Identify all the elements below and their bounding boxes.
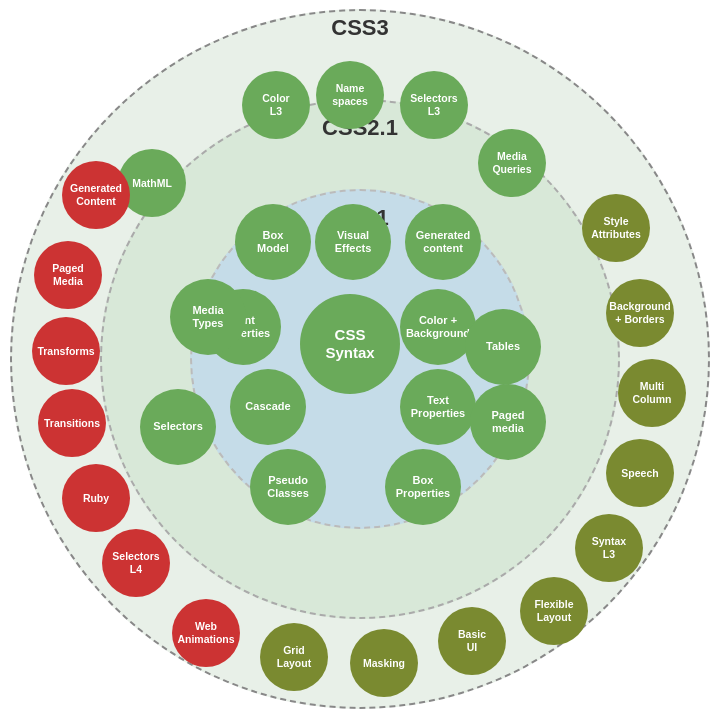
syntax-l3[interactable]: SyntaxL3 bbox=[575, 514, 643, 582]
pseudo-classes[interactable]: PseudoClasses bbox=[250, 449, 326, 525]
box-properties[interactable]: BoxProperties bbox=[385, 449, 461, 525]
mathml[interactable]: MathML bbox=[118, 149, 186, 217]
multi-column[interactable]: MultiColumn bbox=[618, 359, 686, 427]
style-attributes[interactable]: StyleAttributes bbox=[582, 194, 650, 262]
paged-media-css21[interactable]: Pagedmedia bbox=[470, 384, 546, 460]
css-syntax[interactable]: CSSSyntax bbox=[300, 294, 400, 394]
grid-layout[interactable]: GridLayout bbox=[260, 623, 328, 691]
selectors-l3[interactable]: SelectorsL3 bbox=[400, 71, 468, 139]
paged-media[interactable]: PagedMedia bbox=[34, 241, 102, 309]
tables[interactable]: Tables bbox=[465, 309, 541, 385]
speech[interactable]: Speech bbox=[606, 439, 674, 507]
visual-effects[interactable]: VisualEffects bbox=[315, 204, 391, 280]
selectors-l4[interactable]: SelectorsL4 bbox=[102, 529, 170, 597]
ruby[interactable]: Ruby bbox=[62, 464, 130, 532]
transforms[interactable]: Transforms bbox=[32, 317, 100, 385]
media-types[interactable]: MediaTypes bbox=[170, 279, 246, 355]
basic-ui[interactable]: BasicUI bbox=[438, 607, 506, 675]
selectors-css1[interactable]: Selectors bbox=[140, 389, 216, 465]
background-borders[interactable]: Background+ Borders bbox=[606, 279, 674, 347]
masking[interactable]: Masking bbox=[350, 629, 418, 697]
generated-content-l3[interactable]: GeneratedContent bbox=[62, 161, 130, 229]
cascade[interactable]: Cascade bbox=[230, 369, 306, 445]
box-model[interactable]: BoxModel bbox=[235, 204, 311, 280]
transitions[interactable]: Transitions bbox=[38, 389, 106, 457]
flexible-layout[interactable]: FlexibleLayout bbox=[520, 577, 588, 645]
color-l3[interactable]: ColorL3 bbox=[242, 71, 310, 139]
media-queries[interactable]: MediaQueries bbox=[478, 129, 546, 197]
web-animations[interactable]: WebAnimations bbox=[172, 599, 240, 667]
text-properties[interactable]: TextProperties bbox=[400, 369, 476, 445]
generated-content[interactable]: Generatedcontent bbox=[405, 204, 481, 280]
namespaces[interactable]: Namespaces bbox=[316, 61, 384, 129]
css-diagram: CSS3 CSS2.1 CSS1 CSSSyntaxFontProperties… bbox=[10, 9, 710, 709]
